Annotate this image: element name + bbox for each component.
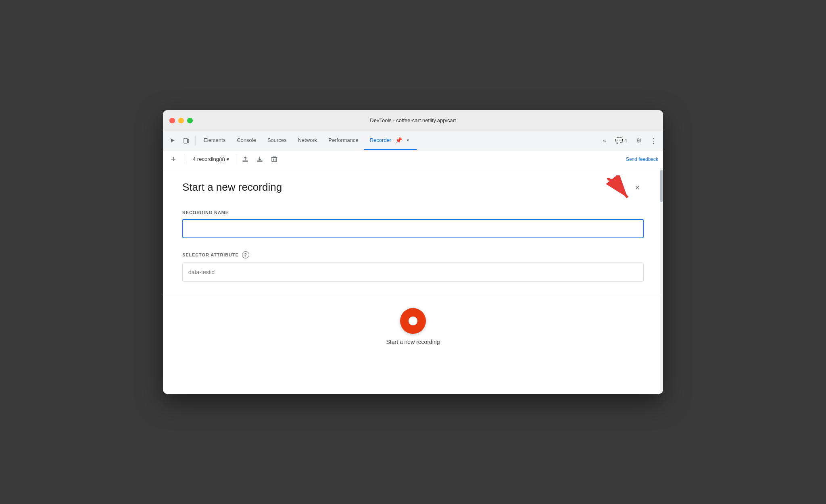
recorder-divider-1: [236, 154, 236, 164]
tab-recorder[interactable]: Recorder 📌 ×: [364, 131, 417, 150]
window-title: DevTools - coffee-cart.netlify.app/cart: [370, 117, 456, 123]
import-button[interactable]: [254, 154, 265, 165]
maximize-traffic-light[interactable]: [187, 118, 193, 123]
dropdown-chevron-icon: ▾: [227, 156, 229, 162]
more-icon: ⋮: [650, 136, 657, 145]
recording-name-input[interactable]: [182, 219, 644, 238]
add-recording-button[interactable]: +: [168, 154, 179, 165]
title-bar: DevTools - coffee-cart.netlify.app/cart: [163, 110, 663, 131]
start-recording-button[interactable]: [400, 308, 426, 334]
close-traffic-light[interactable]: [169, 118, 175, 123]
tab-network[interactable]: Network: [292, 131, 323, 150]
cursor-tool-button[interactable]: [166, 134, 179, 147]
window-container: Start a new recording × RECORDING NAME S…: [163, 168, 663, 394]
toolbar-right: 💬 1 ⚙ ⋮: [612, 134, 660, 147]
traffic-lights: [169, 118, 193, 123]
export-button[interactable]: [240, 154, 251, 165]
selector-label-row: SELECTOR ATTRIBUTE ?: [182, 251, 644, 258]
start-recording-label: Start a new recording: [386, 339, 440, 345]
minimize-traffic-light[interactable]: [178, 118, 184, 123]
record-area: Start a new recording: [182, 295, 644, 345]
tab-list: Elements Console Sources Network Perform…: [198, 131, 597, 150]
devtools-window: DevTools - coffee-cart.netlify.app/cart …: [163, 110, 663, 394]
scrollbar-thumb[interactable]: [660, 170, 663, 202]
selector-help-icon[interactable]: ?: [242, 251, 249, 258]
recorder-tab-close-button[interactable]: ×: [405, 137, 411, 144]
tab-performance[interactable]: Performance: [323, 131, 364, 150]
settings-button[interactable]: ⚙: [632, 134, 645, 147]
form-header: Start a new recording ×: [182, 181, 644, 194]
trash-icon: [271, 156, 277, 162]
selector-attribute-input[interactable]: [182, 262, 644, 282]
selector-attribute-group: SELECTOR ATTRIBUTE ?: [182, 251, 644, 282]
close-icon: ×: [635, 183, 640, 192]
form-close-button[interactable]: ×: [631, 181, 644, 194]
scrollbar[interactable]: [660, 168, 663, 394]
device-icon: [183, 137, 190, 144]
tab-elements[interactable]: Elements: [198, 131, 231, 150]
devtools-toolbar: Elements Console Sources Network Perform…: [163, 131, 663, 150]
record-dot-icon: [409, 317, 417, 325]
recorder-pin-icon: 📌: [395, 137, 402, 144]
more-tabs-button[interactable]: »: [598, 134, 611, 147]
svg-rect-2: [272, 158, 277, 162]
recorder-toolbar: + 4 recording(s) ▾: [163, 150, 663, 168]
more-options-button[interactable]: ⋮: [647, 134, 660, 147]
selector-attribute-label: SELECTOR ATTRIBUTE: [182, 252, 239, 257]
upload-icon: [242, 156, 248, 162]
form-title: Start a new recording: [182, 181, 282, 194]
download-icon: [257, 156, 263, 162]
chat-icon: 💬: [615, 137, 623, 144]
delete-recording-button[interactable]: [269, 154, 280, 165]
recording-name-group: RECORDING NAME: [182, 210, 644, 238]
recorder-toolbar-divider: [184, 154, 184, 164]
device-toggle-button[interactable]: [180, 134, 193, 147]
main-content: Start a new recording × RECORDING NAME S…: [163, 168, 663, 394]
recording-selector[interactable]: 4 recording(s) ▾: [189, 154, 233, 164]
svg-rect-0: [184, 138, 187, 143]
settings-icon: ⚙: [636, 137, 642, 144]
toolbar-divider-1: [195, 136, 196, 146]
cursor-icon: [169, 137, 176, 144]
svg-rect-1: [188, 139, 189, 142]
notifications-button[interactable]: 💬 1: [612, 135, 631, 146]
recording-name-label: RECORDING NAME: [182, 210, 644, 215]
tab-sources[interactable]: Sources: [262, 131, 292, 150]
tab-console[interactable]: Console: [231, 131, 262, 150]
send-feedback-link[interactable]: Send feedback: [626, 156, 658, 162]
